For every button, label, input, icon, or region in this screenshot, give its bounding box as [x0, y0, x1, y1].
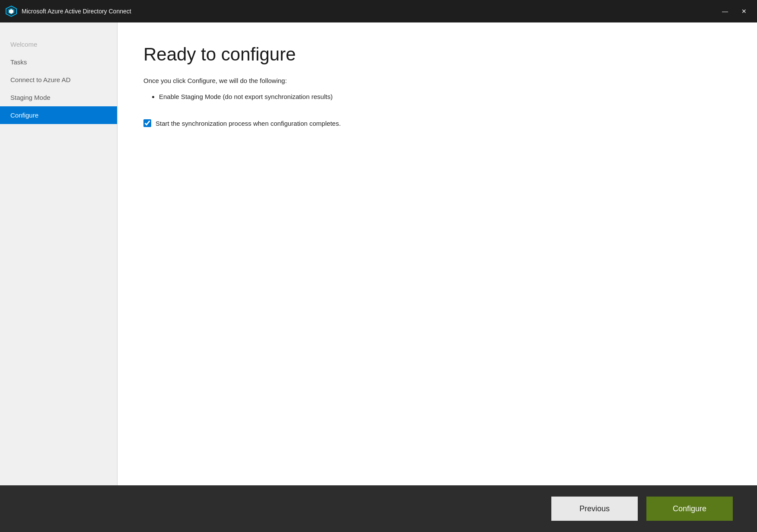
bullet-list: Enable Staging Mode (do not export synch…: [143, 93, 731, 104]
sidebar-item-configure[interactable]: Configure: [0, 106, 117, 124]
configure-button[interactable]: Configure: [646, 497, 733, 521]
content-area: Ready to configure Once you click Config…: [118, 22, 757, 485]
app-logo-icon: [5, 5, 17, 17]
footer: Previous Configure: [0, 485, 757, 532]
app-window: Microsoft Azure Active Directory Connect…: [0, 0, 757, 532]
titlebar-left: Microsoft Azure Active Directory Connect: [5, 5, 131, 17]
sync-checkbox-row: Start the synchronization process when c…: [143, 119, 731, 127]
close-button[interactable]: ✕: [736, 5, 752, 17]
sidebar-item-staging-mode[interactable]: Staging Mode: [0, 89, 117, 106]
page-title: Ready to configure: [143, 44, 731, 65]
description-text: Once you click Configure, we will do the…: [143, 77, 731, 84]
bullet-item-1: Enable Staging Mode (do not export synch…: [159, 93, 731, 100]
minimize-button[interactable]: —: [717, 5, 733, 17]
sync-start-checkbox[interactable]: [143, 119, 151, 127]
sidebar-item-tasks[interactable]: Tasks: [0, 53, 117, 71]
titlebar: Microsoft Azure Active Directory Connect…: [0, 0, 757, 22]
sidebar-item-welcome: Welcome: [0, 35, 117, 53]
window-title: Microsoft Azure Active Directory Connect: [22, 8, 131, 15]
sidebar: Welcome Tasks Connect to Azure AD Stagin…: [0, 22, 118, 485]
titlebar-controls: — ✕: [717, 5, 752, 17]
previous-button[interactable]: Previous: [551, 497, 638, 521]
sync-checkbox-label[interactable]: Start the synchronization process when c…: [156, 120, 341, 127]
main-content: Welcome Tasks Connect to Azure AD Stagin…: [0, 22, 757, 485]
sidebar-item-connect-azure-ad[interactable]: Connect to Azure AD: [0, 71, 117, 89]
